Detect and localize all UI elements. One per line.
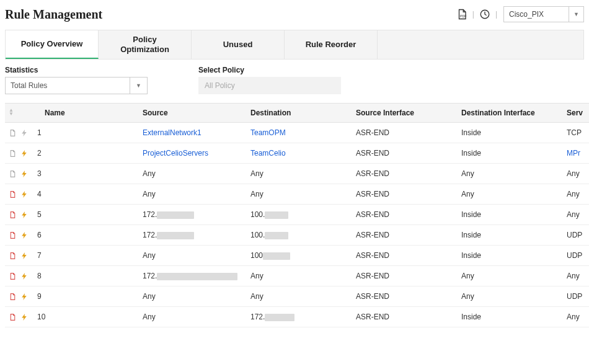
cell-name: 7 [33,246,139,266]
cell-name: 2 [33,143,139,164]
row-icons [5,307,33,327]
header-actions: PDF | | [456,9,498,20]
tab-label: Unused [223,40,253,50]
cell-destination: 172. [247,307,352,327]
bolt-icon[interactable] [20,149,29,158]
history-icon[interactable] [479,9,490,20]
bolt-icon[interactable] [20,170,29,178]
bolt-icon[interactable] [20,313,29,321]
cell-source: Any [139,286,247,307]
statistics-filter: Statistics Total Rules ▼ [5,66,148,94]
document-icon[interactable] [9,231,17,239]
cell-source-interface: ASR-END [352,286,458,307]
cell-source[interactable]: ExternalNetwork1 [139,123,247,143]
cell-source-interface: ASR-END [352,266,458,286]
row-icons [5,286,33,307]
document-icon[interactable] [9,170,17,178]
col-sort[interactable]: ▲▼ [5,104,33,123]
bolt-icon[interactable] [20,231,29,239]
cell-name: 3 [33,164,139,184]
row-icons [5,266,33,286]
table-row[interactable]: 1ExternalNetwork1TeamOPMASR-ENDInsideTCP [5,123,589,143]
cell-service: UDP [563,286,589,307]
cell-name: 8 [33,266,139,286]
tab-unused[interactable]: Unused [192,30,285,59]
document-icon[interactable] [9,293,17,301]
col-service[interactable]: Serv [563,104,589,123]
redacted-value [157,232,194,239]
chevron-down-icon: ▼ [569,7,583,22]
cell-source: 172. [139,266,247,286]
col-source[interactable]: Source [139,104,247,123]
cell-destination: Any [247,184,352,205]
tab-label: PolicyOptimization [120,35,169,55]
cell-name: 1 [33,123,139,143]
cell-source-interface: ASR-END [352,123,458,143]
table-row[interactable]: 6172.100.ASR-ENDInsideUDP [5,225,589,246]
tab-rule-reorder[interactable]: Rule Reorder [285,30,378,59]
bolt-icon[interactable] [20,272,29,280]
cell-destination[interactable]: TeamOPM [247,123,352,143]
col-name[interactable]: Name [33,104,139,123]
policy-search-input[interactable] [198,77,341,94]
redacted-value [157,273,237,280]
device-select[interactable]: Cisco_PIX ▼ [503,6,584,22]
document-icon[interactable] [9,211,17,219]
redacted-value [263,252,290,260]
cell-source: Any [139,307,247,327]
document-icon[interactable] [9,129,17,137]
bolt-icon[interactable] [20,252,29,260]
cell-destination-interface: Inside [458,123,563,143]
table-row[interactable]: 2ProjectCelioServersTeamCelioASR-ENDInsi… [5,143,589,164]
table-row[interactable]: 8172.AnyASR-ENDAnyAny [5,266,589,286]
cell-name: 4 [33,184,139,205]
row-icons [5,184,33,205]
cell-destination: Any [247,164,352,184]
row-icons [5,205,33,225]
redacted-value [157,211,194,219]
cell-destination-interface: Inside [458,307,563,327]
tab-policy-overview[interactable]: Policy Overview [6,30,99,59]
cell-destination[interactable]: TeamCelio [247,143,352,164]
document-icon[interactable] [9,190,17,198]
policy-filter: Select Policy [198,66,341,94]
select-policy-label: Select Policy [198,66,341,74]
table-row[interactable]: 9AnyAnyASR-ENDAnyUDP [5,286,589,307]
cell-name: 6 [33,225,139,246]
bolt-icon[interactable] [20,190,29,198]
cell-source: Any [139,164,247,184]
bolt-icon[interactable] [20,129,29,137]
cell-service[interactable]: MPr [563,143,589,164]
table-row[interactable]: 5172.100.ASR-ENDInsideAny [5,205,589,225]
document-icon[interactable] [9,149,17,158]
cell-source-interface: ASR-END [352,307,458,327]
document-icon[interactable] [9,252,17,260]
table-row[interactable]: 4AnyAnyASR-ENDAnyAny [5,184,589,205]
bolt-icon[interactable] [20,211,29,219]
cell-destination-interface: Any [458,164,563,184]
col-destination[interactable]: Destination [247,104,352,123]
tab-label: Policy Overview [21,39,83,49]
col-destination-interface[interactable]: Destination Interface [458,104,563,123]
table-header-row: ▲▼ Name Source Destination Source Interf… [5,104,589,123]
document-icon[interactable] [9,313,17,321]
col-source-interface[interactable]: Source Interface [352,104,458,123]
statistics-select[interactable]: Total Rules ▼ [5,77,148,94]
rules-table: ▲▼ Name Source Destination Source Interf… [5,103,589,327]
tab-policy-optimization[interactable]: PolicyOptimization [99,30,192,59]
row-icons [5,164,33,184]
cell-source: Any [139,246,247,266]
cell-source[interactable]: ProjectCelioServers [139,143,247,164]
row-icons [5,246,33,266]
export-pdf-icon[interactable]: PDF [456,9,467,20]
table-row[interactable]: 7Any100ASR-ENDInsideUDP [5,246,589,266]
bolt-icon[interactable] [20,293,29,301]
cell-destination-interface: Inside [458,225,563,246]
redacted-value [265,232,288,239]
statistics-label: Statistics [5,66,148,74]
table-row[interactable]: 3AnyAnyASR-ENDAnyAny [5,164,589,184]
table-row[interactable]: 10Any172.ASR-ENDInsideAny [5,307,589,327]
cell-service: Any [563,266,589,286]
document-icon[interactable] [9,272,17,280]
cell-destination: 100 [247,246,352,266]
